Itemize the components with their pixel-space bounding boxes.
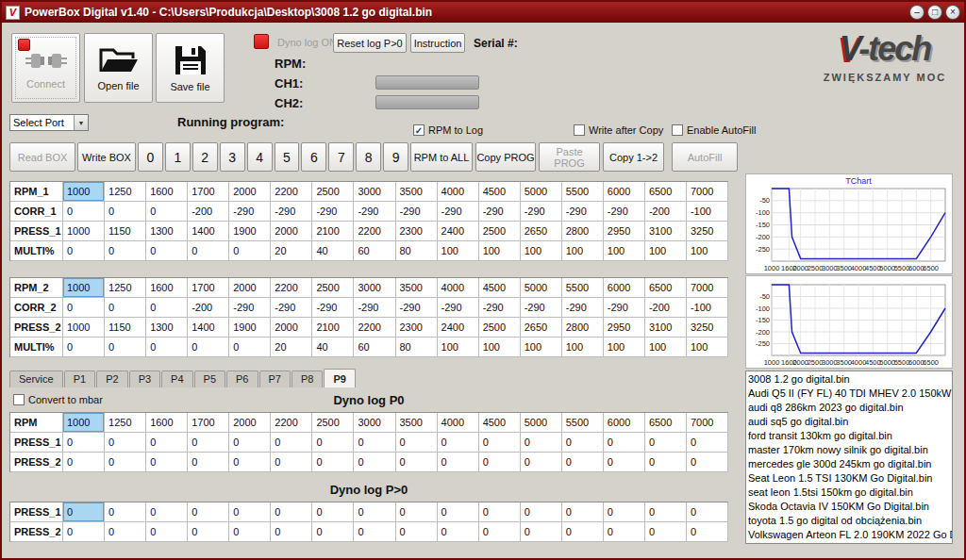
table-cell[interactable]: 2300 [396,222,438,241]
table-cell[interactable]: 1600 [146,278,188,298]
table-cell[interactable]: 3000 [354,278,395,298]
rpm-to-log-checkbox[interactable]: ✓RPM to Log [413,124,483,136]
table-cell[interactable]: 20 [271,338,312,357]
table-cell[interactable]: 1400 [188,318,229,338]
table-cell[interactable]: 0 [354,502,395,522]
table-cell[interactable]: 0 [229,241,271,261]
table-cell[interactable]: 4000 [438,278,479,298]
table-cell[interactable]: 0 [521,433,562,453]
table-cell[interactable]: 1700 [188,278,229,298]
table-cell[interactable]: 0 [63,298,105,318]
table-cell[interactable]: 0 [188,433,229,453]
table-cell[interactable]: 100 [438,338,479,357]
table-cell[interactable]: 5000 [521,278,562,298]
table-cell[interactable]: 6000 [604,182,645,202]
table-cell[interactable]: 1000 [63,278,105,298]
table-cell[interactable]: 100 [604,241,645,261]
table-cell[interactable]: -290 [479,298,521,318]
table-cell[interactable]: 0 [188,522,229,542]
table-cell[interactable]: 1250 [105,182,146,202]
table-cell[interactable]: 5500 [562,413,604,433]
table-cell[interactable]: 0 [354,522,395,542]
table-cell[interactable]: 2000 [229,413,271,433]
table-cell[interactable]: 4500 [479,182,521,202]
table-cell[interactable]: 0 [146,522,188,542]
table-cell[interactable]: 0 [562,522,604,542]
table-cell[interactable]: 0 [63,453,105,472]
table-cell[interactable]: 6000 [604,413,645,433]
enable-autofill-checkbox[interactable]: Enable AutoFill [672,124,756,136]
table-cell[interactable]: 2800 [562,222,604,241]
table-cell[interactable]: 60 [354,338,395,357]
table-cell[interactable]: 2400 [438,318,479,338]
table-cell[interactable]: -100 [687,298,728,318]
table-cell[interactable]: 0 [312,502,354,522]
table-cell[interactable]: 2200 [354,318,395,338]
copy-prog-button[interactable]: Copy PROG [475,142,536,172]
file-list-item[interactable]: audi q8 286km 2023 go digital.bin [748,401,950,415]
table-cell[interactable]: -290 [604,298,645,318]
tab-p3[interactable]: P3 [129,371,160,387]
table-cell[interactable]: 2200 [271,278,312,298]
table-cell[interactable]: 0 [396,453,438,472]
table-cell[interactable]: 2200 [354,222,395,241]
digit-button-5[interactable]: 5 [275,142,300,172]
table-cell[interactable]: 2400 [438,222,479,241]
table-cell[interactable]: 0 [229,433,271,453]
table-cell[interactable]: 0 [229,522,271,542]
table-cell[interactable]: 7000 [687,182,728,202]
write-after-copy-checkbox[interactable]: Write after Copy [574,124,663,136]
tab-p8[interactable]: P8 [291,371,323,387]
table-cell[interactable]: 1900 [229,318,271,338]
table-cell[interactable]: -100 [687,202,728,222]
table-cell[interactable]: 0 [229,338,271,357]
table-cell[interactable]: -290 [396,298,438,318]
table-cell[interactable]: 100 [479,338,521,357]
table-cell[interactable]: 7000 [687,413,728,433]
table-cell[interactable]: 0 [604,502,645,522]
digit-button-3[interactable]: 3 [220,142,245,172]
table-cell[interactable]: -290 [521,202,562,222]
table-cell[interactable]: 100 [645,338,687,357]
table-cell[interactable]: 0 [63,241,105,261]
table-cell[interactable]: 0 [105,522,146,542]
table-cell[interactable]: 100 [521,338,562,357]
file-list-item[interactable]: Skoda Octavia IV 150KM Go Digital.bin [748,500,950,514]
table-cell[interactable]: 0 [687,502,728,522]
file-list-item[interactable]: audi sq5 go digital.bin [748,415,950,429]
table-cell[interactable]: 0 [396,522,438,542]
table-cell[interactable]: 100 [521,241,562,261]
tab-p6[interactable]: P6 [226,371,258,387]
table-cell[interactable]: 0 [604,522,645,542]
table-cell[interactable]: 0 [105,202,146,222]
table-cell[interactable]: 100 [687,338,728,357]
table-cell[interactable]: -290 [562,202,604,222]
table-cell[interactable]: 0 [396,502,438,522]
table-cell[interactable]: 0 [354,433,395,453]
table-cell[interactable]: 1000 [63,182,105,202]
table-cell[interactable]: 2000 [271,222,312,241]
table-cell[interactable]: 0 [63,522,105,542]
table-cell[interactable]: 1000 [63,413,105,433]
table-cell[interactable]: 0 [229,453,271,472]
digit-button-1[interactable]: 1 [165,142,191,172]
table-cell[interactable]: -290 [312,298,354,318]
table-cell[interactable]: -290 [271,202,312,222]
minimize-button[interactable]: – [909,5,924,20]
table-cell[interactable]: 2950 [604,222,645,241]
save-file-button[interactable]: Save file [156,33,225,103]
table-cell[interactable]: -290 [229,202,271,222]
rpm-to-all-button[interactable]: RPM to ALL [410,142,473,172]
open-file-button[interactable]: Open file [84,33,153,103]
table-cell[interactable]: 100 [562,241,604,261]
file-list-item[interactable]: Seat Leon 1.5 TSI 130KM Go Digital.bin [748,471,950,486]
table-cell[interactable]: 0 [438,522,479,542]
table-cell[interactable]: 2000 [229,278,271,298]
table-cell[interactable]: 0 [105,241,146,261]
table-cell[interactable]: 0 [188,241,229,261]
table-cell[interactable]: 0 [479,522,521,542]
table-cell[interactable]: 1250 [105,278,146,298]
table-cell[interactable]: 80 [396,338,438,357]
table-cell[interactable]: 5000 [521,413,562,433]
table-cell[interactable]: 0 [146,433,188,453]
